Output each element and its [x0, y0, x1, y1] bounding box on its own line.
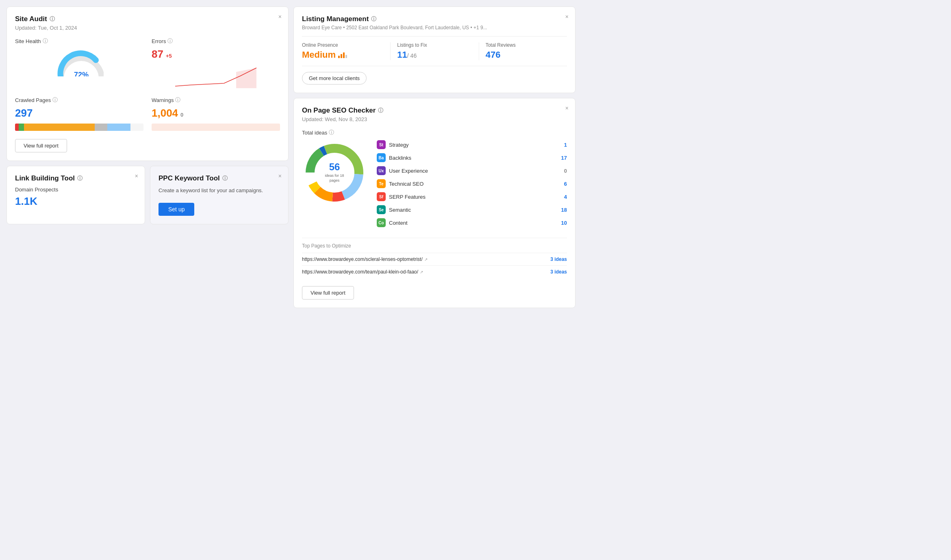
content-label: Content	[389, 220, 556, 226]
site-audit-updated: Updated: Tue, Oct 1, 2024	[15, 25, 280, 31]
on-page-seo-view-report-button[interactable]: View full report	[302, 286, 354, 300]
listing-management-info-icon[interactable]: ⓘ	[371, 15, 376, 23]
site-audit-info-icon[interactable]: ⓘ	[50, 15, 55, 23]
backlinks-badge: Ba	[377, 153, 386, 162]
site-audit-title: Site Audit ⓘ	[15, 15, 280, 23]
warnings-section: Warnings ⓘ 1,004 0	[152, 96, 280, 131]
on-page-seo-info-icon[interactable]: ⓘ	[378, 107, 383, 114]
backlinks-label: Backlinks	[389, 155, 556, 161]
semantic-label: Semantic	[389, 207, 556, 213]
top-page-count-2[interactable]: 3 ideas	[550, 269, 567, 275]
svg-point-10	[315, 153, 354, 192]
site-health-gauge: 72% -2	[15, 48, 143, 76]
technical-label: Technical SEO	[389, 181, 556, 187]
semantic-badge: Se	[377, 205, 386, 214]
total-reviews-metric: Total Reviews 476	[479, 42, 567, 60]
idea-item-semantic: Se Semantic 18	[377, 205, 567, 214]
crawled-pages-label: Crawled Pages ⓘ	[15, 96, 143, 104]
ppc-keyword-description: Create a keyword list for your ad campai…	[158, 187, 280, 195]
idea-item-serp: Sf SERP Features 4	[377, 192, 567, 201]
warnings-delta: 0	[180, 112, 183, 118]
top-page-row-1: https://www.browardeye.com/scleral-lense…	[302, 253, 567, 265]
svg-text:ideas for 18: ideas for 18	[325, 174, 344, 178]
site-audit-card: Site Audit ⓘ × Updated: Tue, Oct 1, 2024…	[7, 7, 289, 161]
donut-chart: 56 ideas for 18 pages	[302, 140, 367, 205]
on-page-seo-close[interactable]: ×	[565, 105, 569, 111]
backlinks-count: 17	[559, 155, 567, 161]
online-presence-bar-icon	[338, 52, 347, 58]
online-presence-metric: Online Presence Medium	[302, 42, 390, 60]
site-health-label: Site Health ⓘ	[15, 37, 143, 45]
top-pages-section: Top Pages to Optimize https://www.browar…	[302, 238, 567, 278]
ext-link-icon-2: ↗	[420, 270, 423, 274]
domain-prospects-label: Domain Prospects	[15, 187, 137, 193]
total-reviews-label: Total Reviews	[486, 42, 567, 48]
link-building-card: Link Building Tool ⓘ × Domain Prospects …	[7, 166, 145, 224]
svg-text:56: 56	[329, 161, 340, 172]
errors-sparkline	[152, 64, 280, 88]
ppc-keyword-close[interactable]: ×	[278, 173, 282, 179]
errors-info-icon[interactable]: ⓘ	[167, 37, 173, 45]
serp-badge: Sf	[377, 192, 386, 201]
site-audit-close[interactable]: ×	[278, 13, 282, 20]
crawled-pages-bar	[15, 124, 143, 131]
ideas-list: St Strategy 1 Ba Backlinks 17 Ux User Ex…	[377, 140, 567, 231]
listings-to-fix-metric: Listings to Fix 11/ 46	[390, 42, 478, 60]
strategy-badge: St	[377, 140, 386, 149]
listing-metrics: Online Presence Medium Listings to Fix	[302, 36, 567, 66]
ux-label: User Experience	[389, 168, 556, 174]
site-health-section: Site Health ⓘ 72% -2	[15, 37, 143, 88]
errors-delta: +5	[166, 53, 172, 59]
idea-item-content: Co Content 10	[377, 218, 567, 227]
link-building-close[interactable]: ×	[135, 173, 138, 179]
semantic-count: 18	[559, 207, 567, 213]
strategy-label: Strategy	[389, 142, 556, 148]
crawled-pages-info-icon[interactable]: ⓘ	[52, 96, 58, 104]
get-clients-button[interactable]: Get more local clients	[302, 72, 367, 85]
listing-management-close[interactable]: ×	[565, 13, 569, 20]
listings-to-fix-value: 11/ 46	[397, 50, 478, 60]
top-page-row-2: https://www.browardeye.com/team/paul-kle…	[302, 265, 567, 278]
on-page-seo-title: On Page SEO Checker ⓘ	[302, 106, 567, 115]
strategy-count: 1	[559, 142, 567, 148]
site-health-info-icon[interactable]: ⓘ	[43, 37, 48, 45]
ppc-setup-button[interactable]: Set up	[158, 203, 194, 216]
idea-item-ux: Ux User Experience 0	[377, 166, 567, 175]
serp-count: 4	[559, 194, 567, 200]
svg-marker-2	[236, 68, 256, 88]
domain-prospects-value: 1.1K	[15, 195, 137, 208]
online-presence-value: Medium	[302, 50, 336, 60]
online-presence-label: Online Presence	[302, 42, 390, 48]
link-building-title: Link Building Tool ⓘ	[15, 174, 137, 182]
warnings-label: Warnings ⓘ	[152, 96, 280, 104]
listing-management-card: Listing Management ⓘ × Broward Eye Care …	[293, 7, 575, 93]
errors-label: Errors ⓘ	[152, 37, 280, 45]
ppc-keyword-info-icon[interactable]: ⓘ	[222, 175, 228, 182]
ppc-keyword-title: PPC Keyword Tool ⓘ	[158, 174, 280, 182]
total-ideas-label: Total ideas ⓘ	[302, 129, 567, 136]
warnings-info-icon[interactable]: ⓘ	[175, 96, 180, 104]
errors-value: 87 +5	[152, 48, 172, 61]
technical-count: 6	[559, 181, 567, 187]
site-audit-view-report-button[interactable]: View full report	[15, 139, 67, 152]
top-page-url-1: https://www.browardeye.com/scleral-lense…	[302, 256, 428, 262]
svg-text:pages: pages	[330, 178, 340, 182]
ext-link-icon-1: ↗	[424, 257, 428, 262]
on-page-seo-card: On Page SEO Checker ⓘ × Updated: Wed, No…	[293, 98, 575, 308]
crawled-pages-value: 297	[15, 107, 143, 119]
content-count: 10	[559, 220, 567, 226]
top-pages-label: Top Pages to Optimize	[302, 243, 567, 249]
crawled-pages-section: Crawled Pages ⓘ 297	[15, 96, 143, 131]
technical-badge: Te	[377, 179, 386, 188]
total-ideas-info-icon[interactable]: ⓘ	[329, 129, 334, 136]
ux-count: 0	[559, 168, 567, 174]
warnings-bar	[152, 124, 280, 131]
top-page-url-2: https://www.browardeye.com/team/paul-kle…	[302, 269, 423, 275]
errors-section: Errors ⓘ 87 +5	[152, 37, 280, 88]
serp-label: SERP Features	[389, 194, 556, 200]
warnings-value: 1,004 0	[152, 107, 183, 119]
top-page-count-1[interactable]: 3 ideas	[550, 256, 567, 262]
listings-to-fix-label: Listings to Fix	[397, 42, 478, 48]
link-building-info-icon[interactable]: ⓘ	[77, 175, 83, 182]
svg-text:72%: 72%	[74, 71, 89, 76]
